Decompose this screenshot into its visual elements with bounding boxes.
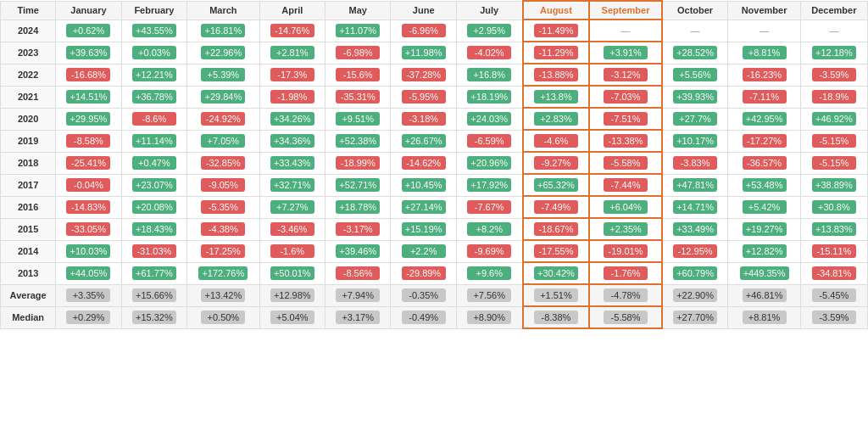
- average-cell: +15.66%: [121, 284, 186, 306]
- median-cell: +27.70%: [662, 306, 728, 328]
- average-cell: +1.51%: [523, 284, 590, 306]
- data-cell: +11.98%: [391, 42, 456, 64]
- data-cell: +449.35%: [728, 262, 800, 284]
- data-cell: -6.59%: [456, 130, 522, 152]
- data-cell: +24.03%: [456, 108, 522, 130]
- data-cell: +10.45%: [391, 174, 456, 196]
- data-cell: -35.31%: [326, 86, 391, 108]
- data-cell: —: [800, 20, 867, 42]
- data-cell: +18.43%: [121, 218, 186, 240]
- data-cell: -11.29%: [523, 42, 590, 64]
- data-cell: -29.89%: [391, 262, 456, 284]
- col-header-november: November: [728, 1, 800, 20]
- data-cell: +23.07%: [121, 174, 186, 196]
- data-cell: +3.91%: [589, 42, 661, 64]
- table-row: 2021+14.51%+36.78%+29.84%-1.98%-35.31%-5…: [1, 86, 868, 108]
- data-cell: +0.62%: [56, 20, 121, 42]
- data-cell: +34.36%: [259, 130, 325, 152]
- data-cell: —: [589, 20, 661, 42]
- data-cell: +20.96%: [456, 152, 522, 174]
- data-cell: -31.03%: [121, 240, 186, 262]
- average-cell: +12.98%: [259, 284, 325, 306]
- data-cell: -19.01%: [589, 240, 661, 262]
- data-cell: +14.71%: [662, 196, 728, 218]
- data-cell: +7.27%: [259, 196, 325, 218]
- data-cell: +6.04%: [589, 196, 661, 218]
- data-cell: -1.76%: [589, 262, 661, 284]
- data-cell: +14.51%: [56, 86, 121, 108]
- data-cell: -7.44%: [589, 174, 661, 196]
- average-row: Average+3.35%+15.66%+13.42%+12.98%+7.94%…: [1, 284, 868, 306]
- median-cell: +3.17%: [326, 306, 391, 328]
- data-cell: -14.62%: [391, 152, 456, 174]
- data-cell: +17.92%: [456, 174, 522, 196]
- data-cell: -3.18%: [391, 108, 456, 130]
- table-row: 2019-8.58%+11.14%+7.05%+34.36%+52.38%+26…: [1, 130, 868, 152]
- table-row: 2020+29.95%-8.6%-24.92%+34.26%+9.51%-3.1…: [1, 108, 868, 130]
- data-cell: -7.51%: [589, 108, 661, 130]
- data-cell: +32.71%: [259, 174, 325, 196]
- data-cell: +2.83%: [523, 108, 590, 130]
- data-cell: -17.27%: [728, 130, 800, 152]
- year-cell: 2019: [1, 130, 56, 152]
- data-cell: -11.49%: [523, 20, 590, 42]
- table-row: 2022-16.68%+12.21%+5.39%-17.3%-15.6%-37.…: [1, 64, 868, 86]
- table-row: 2017-0.04%+23.07%-9.05%+32.71%+52.71%+10…: [1, 174, 868, 196]
- data-cell: -5.15%: [800, 152, 867, 174]
- data-cell: +11.07%: [326, 20, 391, 42]
- col-header-december: December: [800, 1, 867, 20]
- data-cell: +12.21%: [121, 64, 186, 86]
- data-cell: -5.35%: [187, 196, 259, 218]
- data-cell: +9.6%: [456, 262, 522, 284]
- data-cell: -8.56%: [326, 262, 391, 284]
- median-cell: -8.38%: [523, 306, 590, 328]
- data-cell: +10.03%: [56, 240, 121, 262]
- average-cell: -0.35%: [391, 284, 456, 306]
- median-cell: +0.29%: [56, 306, 121, 328]
- data-cell: -5.95%: [391, 86, 456, 108]
- table-row: 2024+0.62%+43.55%+16.81%-14.76%+11.07%-6…: [1, 20, 868, 42]
- data-cell: +20.08%: [121, 196, 186, 218]
- data-cell: +46.92%: [800, 108, 867, 130]
- average-cell: +7.94%: [326, 284, 391, 306]
- median-cell: +8.81%: [728, 306, 800, 328]
- data-cell: -18.99%: [326, 152, 391, 174]
- data-cell: -4.38%: [187, 218, 259, 240]
- col-header-january: January: [56, 1, 121, 20]
- table-row: 2023+39.63%+0.03%+22.96%+2.81%-6.98%+11.…: [1, 42, 868, 64]
- data-cell: +8.81%: [728, 42, 800, 64]
- data-cell: +44.05%: [56, 262, 121, 284]
- data-cell: +15.19%: [391, 218, 456, 240]
- median-cell: +0.50%: [187, 306, 259, 328]
- col-header-february: February: [121, 1, 186, 20]
- data-cell: +28.52%: [662, 42, 728, 64]
- data-cell: -3.59%: [800, 64, 867, 86]
- data-cell: -18.67%: [523, 218, 590, 240]
- year-cell: 2022: [1, 64, 56, 86]
- data-cell: -1.6%: [259, 240, 325, 262]
- data-cell: -6.96%: [391, 20, 456, 42]
- data-cell: -17.25%: [187, 240, 259, 262]
- data-cell: +26.67%: [391, 130, 456, 152]
- year-cell: 2014: [1, 240, 56, 262]
- year-cell: 2016: [1, 196, 56, 218]
- data-cell: -25.41%: [56, 152, 121, 174]
- year-cell: 2015: [1, 218, 56, 240]
- median-row: Median+0.29%+15.32%+0.50%+5.04%+3.17%-0.…: [1, 306, 868, 328]
- data-cell: -18.9%: [800, 86, 867, 108]
- data-cell: +30.42%: [523, 262, 590, 284]
- data-cell: +65.32%: [523, 174, 590, 196]
- data-cell: -16.23%: [728, 64, 800, 86]
- data-cell: -17.3%: [259, 64, 325, 86]
- data-cell: +43.55%: [121, 20, 186, 42]
- data-cell: +12.82%: [728, 240, 800, 262]
- data-cell: -3.12%: [589, 64, 661, 86]
- data-cell: -32.85%: [187, 152, 259, 174]
- data-cell: -15.11%: [800, 240, 867, 262]
- median-cell: +8.90%: [456, 306, 522, 328]
- data-cell: -4.02%: [456, 42, 522, 64]
- data-cell: +8.2%: [456, 218, 522, 240]
- data-cell: +172.76%: [187, 262, 259, 284]
- data-cell: +19.27%: [728, 218, 800, 240]
- data-cell: -13.88%: [523, 64, 590, 86]
